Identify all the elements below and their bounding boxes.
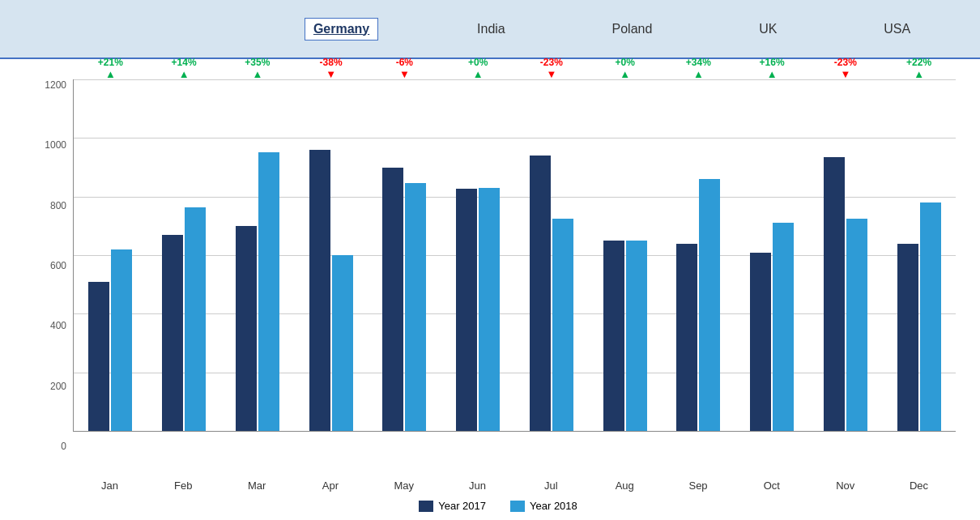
x-label-nov: Nov xyxy=(808,476,882,497)
slicer-item-usa[interactable]: USA xyxy=(876,19,918,40)
variance-label: +35% xyxy=(245,57,270,68)
slicer-item-india[interactable]: India xyxy=(469,19,513,40)
bars-pair: -23%▼ xyxy=(515,79,589,431)
slicer-container: GermanyIndiaPolandUKUSA xyxy=(259,18,964,40)
y-axis-label: 1200 xyxy=(45,79,66,91)
bars-pair: +14%▲ xyxy=(147,79,221,431)
variance-label: +0% xyxy=(615,57,634,68)
variance-label: +14% xyxy=(172,57,197,68)
bars-row: +21%▲+14%▲+35%▲-38%▼-6%▼+0%▲-23%▼+0%▲+34… xyxy=(73,79,956,432)
variance-arrow: ▲ xyxy=(252,69,262,79)
month-group-mar: +35%▲ xyxy=(221,79,295,431)
variance-label: +0% xyxy=(468,57,488,68)
month-group-dec: +22%▲ xyxy=(882,79,956,431)
bar-2017 xyxy=(603,241,624,431)
variance-label: +22% xyxy=(906,57,931,68)
variance-arrow: ▲ xyxy=(179,69,190,79)
bars-pair: +16%▲ xyxy=(735,79,809,431)
bar-2017 xyxy=(897,244,918,431)
legend-color-box xyxy=(419,501,433,512)
month-group-oct: +16%▲ xyxy=(735,79,809,431)
bar-2018 xyxy=(552,219,573,431)
month-group-jan: +21%▲ xyxy=(74,79,147,431)
bars-pair: +0%▲ xyxy=(588,79,662,431)
chart-area: 120010008006004002000 +21%▲+14%▲+35%▲-38… xyxy=(0,59,980,520)
bar-2018 xyxy=(111,249,132,431)
y-axis-label: 600 xyxy=(50,260,66,271)
x-label-jan: Jan xyxy=(73,476,147,497)
month-group-apr: -38%▼ xyxy=(294,79,368,431)
x-label-may: May xyxy=(367,476,441,497)
bar-2017 xyxy=(750,253,771,431)
variance-arrow: ▼ xyxy=(840,69,850,79)
variance-arrow: ▼ xyxy=(546,69,556,79)
x-label-jul: Jul xyxy=(514,476,588,497)
bar-2018 xyxy=(626,241,647,431)
bars-pair: +22%▲ xyxy=(882,79,956,431)
bar-2017 xyxy=(382,168,403,432)
bars-pair: +21%▲ xyxy=(74,79,147,431)
bar-2017 xyxy=(88,282,109,431)
y-axis-label: 800 xyxy=(50,200,66,211)
legend-item: Year 2017 xyxy=(419,500,486,512)
bar-2017 xyxy=(676,244,697,431)
variance-arrow: ▼ xyxy=(326,69,336,79)
bar-2018 xyxy=(699,179,720,431)
bar-2018 xyxy=(405,183,426,431)
bar-2018 xyxy=(846,219,867,431)
month-group-may: -6%▼ xyxy=(368,79,441,431)
y-axis-label: 200 xyxy=(50,381,66,392)
bars-pair: -6%▼ xyxy=(368,79,441,431)
bar-2018 xyxy=(479,188,500,431)
month-group-aug: +0%▲ xyxy=(588,79,662,431)
bar-2018 xyxy=(773,223,794,431)
variance-arrow: ▲ xyxy=(693,69,704,79)
bar-2017 xyxy=(824,157,845,431)
bar-2018 xyxy=(185,207,206,431)
x-label-mar: Mar xyxy=(220,476,294,497)
slicer-item-poland[interactable]: Poland xyxy=(604,19,661,40)
bar-2017 xyxy=(456,189,477,431)
variance-arrow: ▲ xyxy=(767,69,778,79)
month-group-feb: +14%▲ xyxy=(147,79,221,431)
y-axis: 120010008006004002000 xyxy=(40,79,73,476)
bars-pair: +0%▲ xyxy=(441,79,515,431)
variance-label: -23% xyxy=(834,57,857,68)
x-label-dec: Dec xyxy=(882,476,956,497)
legend-label: Year 2018 xyxy=(530,500,577,512)
bar-2017 xyxy=(530,156,551,431)
month-group-sep: +34%▲ xyxy=(662,79,735,431)
legend: Year 2017Year 2018 xyxy=(40,500,956,512)
chart-wrapper: 120010008006004002000 +21%▲+14%▲+35%▲-38… xyxy=(40,79,956,476)
variance-label: -23% xyxy=(540,57,563,68)
x-label-jun: Jun xyxy=(441,476,514,497)
y-axis-label: 1000 xyxy=(45,139,66,151)
variance-label: -38% xyxy=(320,57,343,68)
legend-item: Year 2018 xyxy=(510,500,577,512)
variance-arrow: ▲ xyxy=(105,69,116,79)
slicer-item-germany[interactable]: Germany xyxy=(305,18,378,40)
x-label-aug: Aug xyxy=(588,476,662,497)
y-axis-label: 400 xyxy=(50,320,66,331)
bars-pair: -38%▼ xyxy=(294,79,368,431)
bar-2018 xyxy=(920,202,941,431)
bars-pair: -23%▼ xyxy=(809,79,883,431)
month-group-jun: +0%▲ xyxy=(441,79,515,431)
x-label-feb: Feb xyxy=(147,476,220,497)
variance-label: -6% xyxy=(396,57,413,68)
variance-arrow: ▼ xyxy=(399,69,410,79)
bars-container: +21%▲+14%▲+35%▲-38%▼-6%▼+0%▲-23%▼+0%▲+34… xyxy=(73,79,956,476)
bar-2017 xyxy=(236,226,257,431)
x-label-apr: Apr xyxy=(293,476,367,497)
bars-pair: +34%▲ xyxy=(662,79,735,431)
variance-label: +16% xyxy=(760,57,785,68)
bar-2018 xyxy=(258,152,279,431)
legend-label: Year 2017 xyxy=(438,500,486,512)
bars-pair: +35%▲ xyxy=(221,79,295,431)
variance-arrow: ▲ xyxy=(914,69,924,79)
bar-2018 xyxy=(332,255,353,431)
header: GermanyIndiaPolandUKUSA xyxy=(0,0,980,59)
month-group-nov: -23%▼ xyxy=(809,79,883,431)
x-labels: JanFebMarAprMayJunJulAugSepOctNovDec xyxy=(73,476,956,497)
slicer-item-uk[interactable]: UK xyxy=(751,19,785,40)
